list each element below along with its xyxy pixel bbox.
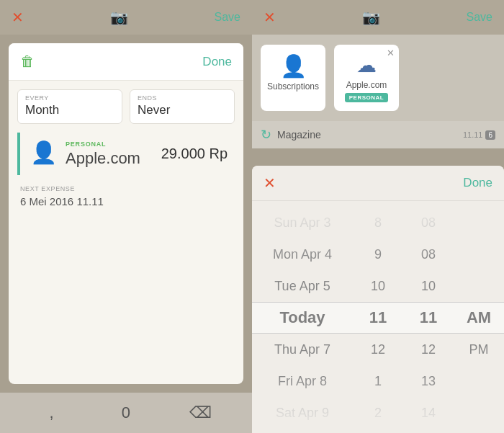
left-topbar: ✕ 📷 Save <box>0 0 252 35</box>
picker-item[interactable]: Thu Apr 7 <box>252 334 353 365</box>
picker-ampm-items: AM PM <box>454 201 504 429</box>
magazine-label: Magazine <box>277 129 321 140</box>
picker-item[interactable]: 9 <box>353 238 403 270</box>
save-button[interactable]: Save <box>215 11 240 24</box>
picker-item[interactable]: 13 <box>403 365 454 397</box>
picker-item[interactable] <box>454 238 504 270</box>
picker-hour-items: 8 9 10 11 12 1 2 <box>353 201 403 429</box>
right-topbar: ✕ 📷 Save <box>252 0 504 35</box>
picker-item[interactable]: 08 <box>403 207 454 238</box>
every-field[interactable]: EVERY Month <box>17 89 122 124</box>
picker-minute-col[interactable]: 08 08 10 11 12 13 14 <box>403 201 454 433</box>
picker-item-selected[interactable]: 11 <box>353 302 403 334</box>
cloud-icon: ☁ <box>356 53 377 77</box>
apple-card[interactable]: ✕ ☁ Apple.com PERSONAL <box>334 45 399 111</box>
picker-item-pm[interactable]: PM <box>454 334 504 365</box>
every-value: Month <box>25 103 114 117</box>
picker-item[interactable]: 8 <box>353 207 403 238</box>
keyboard-bar: , 0 ⌫ <box>0 393 252 433</box>
done-button[interactable]: Done <box>202 55 232 69</box>
ends-label: ENDS <box>138 94 227 102</box>
zero-key[interactable]: 0 <box>108 403 144 422</box>
picker-item[interactable]: 10 <box>353 270 403 302</box>
close-icon[interactable]: ✕ <box>12 9 24 26</box>
backspace-key[interactable]: ⌫ <box>182 403 218 422</box>
repeat-icon: ↻ <box>261 127 271 143</box>
picker-item[interactable]: Fri Apr 8 <box>252 365 353 397</box>
expense-row: 👤 PERSONAL Apple.com 29.000 Rp <box>30 140 228 168</box>
magazine-row: ↻ Magazine 11.11 6 <box>252 121 504 148</box>
expense-name: Apple.com <box>66 149 140 168</box>
subscriptions-icon: 👤 <box>280 53 307 79</box>
date-picker-done-button[interactable]: Done <box>463 176 492 190</box>
next-expense-label: NEXT EXPENSE <box>20 185 235 192</box>
picker-item[interactable]: Tue Apr 5 <box>252 270 353 302</box>
personal-label: PERSONAL <box>66 140 140 148</box>
right-camera-icon[interactable]: 📷 <box>362 9 380 26</box>
right-close-icon[interactable]: ✕ <box>264 9 276 26</box>
subscriptions-card[interactable]: 👤 Subscriptions <box>261 45 325 111</box>
picker-item[interactable]: Mon Apr 4 <box>252 238 353 270</box>
picker-ampm-col[interactable]: AM PM <box>454 201 504 433</box>
date-picker-modal: ✕ Done Sun Apr 3 Mon Apr 4 Tue Apr 5 Tod… <box>252 166 504 433</box>
person-icon: 👤 <box>30 140 57 165</box>
ends-field[interactable]: ENDS Never <box>130 89 235 124</box>
subscriptions-label: Subscriptions <box>267 81 319 91</box>
picker-item[interactable] <box>454 397 504 429</box>
picker-day-col[interactable]: Sun Apr 3 Mon Apr 4 Tue Apr 5 Today Thu … <box>252 201 353 433</box>
next-expense-section: NEXT EXPENSE 6 Mei 2016 11.11 <box>9 175 243 207</box>
apple-label: Apple.com <box>346 80 387 90</box>
camera-icon[interactable]: 📷 <box>110 9 128 26</box>
picker-item-selected[interactable]: Today <box>252 302 353 334</box>
picker-item[interactable]: 12 <box>403 334 454 365</box>
picker-item[interactable]: 12 <box>353 334 403 365</box>
magazine-count: 6 <box>485 130 495 140</box>
personal-badge: PERSONAL <box>345 93 388 102</box>
picker-item[interactable]: 2 <box>353 397 403 429</box>
picker-hour-col[interactable]: 8 9 10 11 12 1 2 <box>353 201 403 433</box>
picker-item-am[interactable]: AM <box>454 302 504 334</box>
expense-section: 👤 PERSONAL Apple.com 29.000 Rp <box>17 133 235 175</box>
magazine-amount: 11.11 <box>463 130 483 139</box>
picker-item[interactable]: 1 <box>353 365 403 397</box>
recur-row: EVERY Month ENDS Never <box>9 81 243 130</box>
next-expense-value: 6 Mei 2016 11.11 <box>20 195 235 207</box>
picker-item[interactable]: Sun Apr 3 <box>252 207 353 238</box>
left-panel: ✕ 📷 Save 🗑 Done EVERY Month ENDS Never 👤 <box>0 0 252 433</box>
picker-item[interactable]: 10 <box>403 270 454 302</box>
modal-header: 🗑 Done <box>9 43 243 81</box>
picker-item[interactable]: Sat Apr 9 <box>252 397 353 429</box>
picker-item[interactable] <box>454 365 504 397</box>
every-label: EVERY <box>25 94 114 102</box>
category-area: 👤 Subscriptions ✕ ☁ Apple.com PERSONAL <box>252 35 504 121</box>
apple-card-close[interactable]: ✕ <box>387 48 395 58</box>
picker-item[interactable]: 08 <box>403 238 454 270</box>
date-picker-header: ✕ Done <box>252 166 504 201</box>
picker-item[interactable] <box>454 207 504 238</box>
picker-area: Sun Apr 3 Mon Apr 4 Tue Apr 5 Today Thu … <box>252 201 504 433</box>
ends-value: Never <box>138 103 227 117</box>
picker-item[interactable]: 14 <box>403 397 454 429</box>
picker-day-items: Sun Apr 3 Mon Apr 4 Tue Apr 5 Today Thu … <box>252 201 353 429</box>
trash-icon[interactable]: 🗑 <box>20 53 35 70</box>
expense-amount: 29.000 Rp <box>161 146 228 162</box>
right-save-button[interactable]: Save <box>467 11 492 24</box>
modal-card: 🗑 Done EVERY Month ENDS Never 👤 PERSONAL… <box>9 43 243 384</box>
right-panel: ✕ 📷 Save 👤 Subscriptions ✕ ☁ Apple.com P… <box>252 0 504 433</box>
magazine-badge: 11.11 6 <box>463 130 495 140</box>
comma-key[interactable]: , <box>34 403 70 422</box>
picker-item[interactable] <box>454 270 504 302</box>
picker-item-selected[interactable]: 11 <box>403 302 454 334</box>
date-picker-close-icon[interactable]: ✕ <box>264 174 276 192</box>
picker-minute-items: 08 08 10 11 12 13 14 <box>403 201 454 429</box>
